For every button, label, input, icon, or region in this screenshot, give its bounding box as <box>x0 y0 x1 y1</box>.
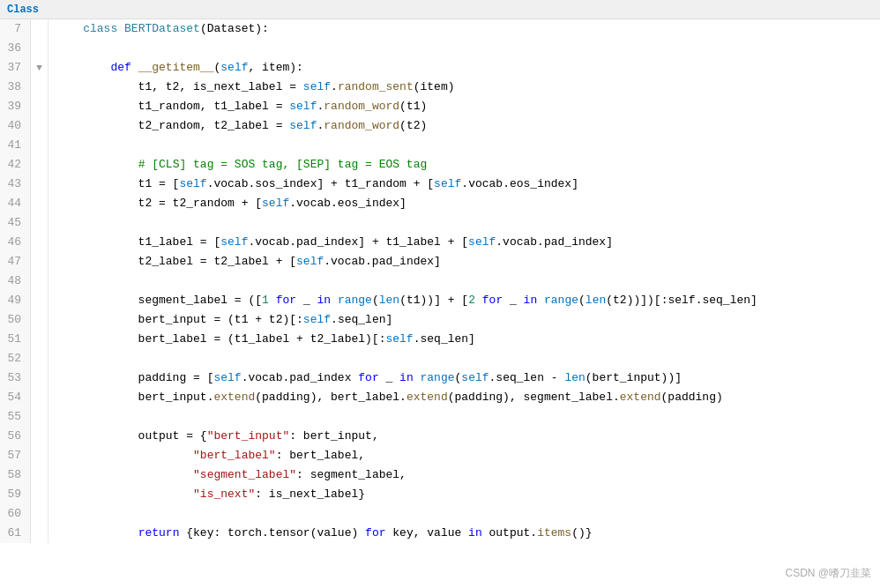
code-token: self <box>213 371 241 384</box>
code-token: (padding), segment_label. <box>448 391 620 404</box>
code-row: 51 bert_label = (t1_label + t2_label)[:s… <box>0 330 880 349</box>
fold-indicator <box>31 252 48 272</box>
code-token: .vocab.pad_index] <box>496 235 613 249</box>
line-number: 46 <box>0 233 31 252</box>
code-token: .vocab.eos_index] <box>461 177 578 190</box>
class-tag: Class <box>7 4 39 16</box>
code-token: "segment_label" <box>193 468 296 481</box>
code-token: : bert_label, <box>276 449 365 462</box>
code-token: "bert_label" <box>193 449 276 462</box>
code-token: (t1) <box>399 100 427 113</box>
code-row: 56 output = {"bert_input": bert_input, <box>0 427 880 446</box>
code-row: 57 "bert_label": bert_label, <box>0 446 880 465</box>
code-token <box>56 22 83 35</box>
code-row: 55 <box>0 407 880 427</box>
code-token: random_word <box>324 119 399 132</box>
code-token: in <box>317 294 331 307</box>
code-line-content <box>48 407 880 427</box>
line-number: 47 <box>0 252 31 272</box>
code-token: ( <box>578 294 585 307</box>
code-token: random_sent <box>338 80 414 93</box>
code-line-content: t2_random, t2_label = self.random_word(t… <box>48 116 880 136</box>
code-row: 61 return {key: torch.tensor(value) for … <box>0 524 880 543</box>
code-container: Class 7 class BERTDataset(Dataset):36 37… <box>0 0 880 588</box>
fold-indicator[interactable]: ▼ <box>31 58 48 78</box>
fold-indicator <box>31 116 48 136</box>
code-row: 36 <box>0 39 880 58</box>
code-token: .vocab.pad_index] <box>324 255 441 268</box>
code-row: 52 <box>0 349 880 368</box>
fold-indicator <box>31 504 48 524</box>
code-token: .vocab.pad_index <box>242 371 359 384</box>
code-line-content: t2 = t2_random + [self.vocab.eos_index] <box>48 194 880 213</box>
code-token: len <box>585 294 606 307</box>
code-row: 42 # [CLS] tag = SOS tag, [SEP] tag = EO… <box>0 155 880 175</box>
line-number: 42 <box>0 155 31 175</box>
code-line-content: output = {"bert_input": bert_input, <box>48 427 880 446</box>
fold-indicator <box>31 272 48 291</box>
code-row: 37▼ def __getitem__(self, item): <box>0 58 880 78</box>
code-line-content <box>48 272 880 291</box>
line-number: 7 <box>0 19 31 39</box>
line-number: 41 <box>0 136 31 155</box>
code-line-content: padding = [self.vocab.pad_index for _ in… <box>48 368 880 388</box>
code-token: in <box>399 371 414 384</box>
code-token <box>56 449 193 462</box>
code-token <box>56 158 138 171</box>
code-token: in <box>524 294 538 307</box>
code-token: t1, t2, is_next_label = <box>56 80 303 93</box>
line-number: 48 <box>0 272 31 291</box>
code-line-content <box>48 213 880 233</box>
code-token: extend <box>620 391 661 404</box>
code-line-content: class BERTDataset(Dataset): <box>48 19 880 39</box>
code-token: for <box>482 294 503 307</box>
code-line-content: t2_label = t2_label + [self.vocab.pad_in… <box>48 252 880 272</box>
code-line-content: "bert_label": bert_label, <box>48 446 880 465</box>
code-token: segment_label = ([ <box>56 294 262 307</box>
code-row: 43 t1 = [self.vocab.sos_index] + t1_rand… <box>0 175 880 194</box>
code-line-content <box>48 39 880 58</box>
fold-indicator <box>31 175 48 194</box>
code-row: 60 <box>0 504 880 524</box>
code-token: .vocab.eos_index] <box>289 197 406 210</box>
code-token: self <box>385 332 413 346</box>
code-token: .seq_len] <box>414 332 475 346</box>
code-token <box>414 371 421 384</box>
code-token: BERTDataset <box>124 22 200 35</box>
code-token: .vocab.sos_index] + t1_random + [ <box>207 177 434 190</box>
code-token: key, value <box>385 526 468 540</box>
code-token: t2_label = t2_label + [ <box>56 255 296 268</box>
fold-indicator <box>31 330 48 349</box>
code-row: 45 <box>0 213 880 233</box>
code-token <box>475 294 482 307</box>
fold-indicator <box>31 446 48 465</box>
code-token: _ <box>379 371 399 384</box>
code-token: . <box>331 80 338 93</box>
code-token: self <box>289 100 317 113</box>
code-token: .vocab.pad_index] + t1_label + [ <box>248 235 468 249</box>
line-number: 55 <box>0 407 31 427</box>
fold-indicator <box>31 19 48 39</box>
code-token: self <box>461 371 488 384</box>
code-token: : is_next_label} <box>255 488 365 501</box>
line-number: 37 <box>0 58 31 78</box>
code-row: 58 "segment_label": segment_label, <box>0 465 880 485</box>
code-token <box>117 22 124 35</box>
line-number: 56 <box>0 427 31 446</box>
code-token: bert_label = (t1_label + t2_label)[: <box>56 332 385 346</box>
line-number: 52 <box>0 349 31 368</box>
code-token: self <box>179 177 206 190</box>
line-number: 49 <box>0 291 31 310</box>
code-token: t1 = [ <box>56 177 179 190</box>
code-token: (item) <box>414 80 455 93</box>
fold-indicator <box>31 78 48 97</box>
fold-indicator <box>31 194 48 213</box>
fold-indicator <box>31 213 48 233</box>
code-token: .seq_len - <box>489 371 565 384</box>
fold-indicator <box>31 310 48 330</box>
code-token: t1_label = [ <box>56 235 220 249</box>
code-token <box>56 488 193 501</box>
line-number: 44 <box>0 194 31 213</box>
code-token: output. <box>482 526 537 540</box>
code-row: 38 t1, t2, is_next_label = self.random_s… <box>0 78 880 97</box>
